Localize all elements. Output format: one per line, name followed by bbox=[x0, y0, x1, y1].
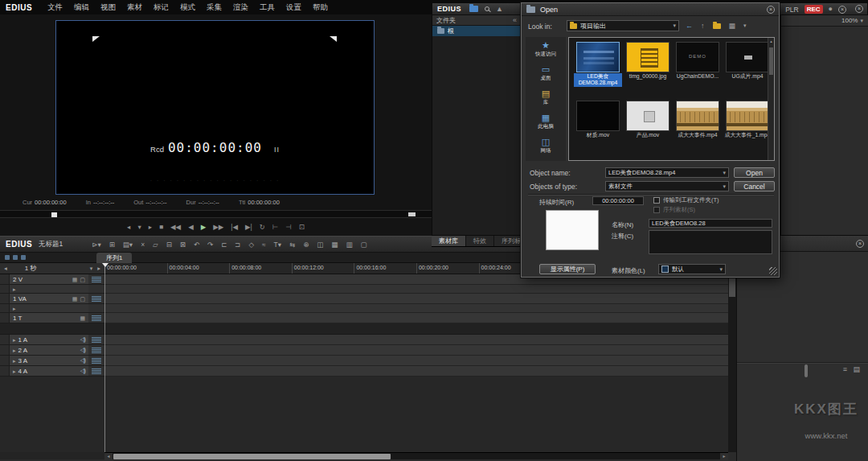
track-grip[interactable] bbox=[88, 294, 104, 304]
play-icon[interactable]: ▶ bbox=[201, 223, 207, 231]
list-view-icon[interactable]: ≡ bbox=[843, 366, 847, 373]
set-in-icon[interactable]: ⊢ bbox=[272, 223, 278, 231]
menu-item[interactable]: 工具 bbox=[254, 2, 280, 13]
menu-item[interactable]: 采集 bbox=[201, 2, 227, 13]
timeline-empty-area[interactable] bbox=[0, 377, 728, 452]
track-lock-icon[interactable]: ▢ bbox=[80, 296, 85, 302]
playhead-line[interactable] bbox=[104, 263, 105, 452]
source-patch-icons[interactable] bbox=[5, 255, 26, 260]
right-panel-close-icon[interactable]: × bbox=[856, 240, 864, 248]
look-in-dropdown[interactable]: 项目输出 ▾ bbox=[567, 20, 679, 31]
track-grip[interactable] bbox=[88, 304, 104, 313]
sequence-checkbox[interactable] bbox=[653, 207, 660, 213]
back-icon[interactable]: ← bbox=[686, 23, 693, 30]
expand-icon[interactable]: ▸ bbox=[13, 358, 16, 364]
track-header-1a[interactable]: ▸ 1 A ◁)) bbox=[0, 335, 88, 345]
menu-item[interactable]: 模式 bbox=[174, 2, 201, 13]
file-item[interactable]: 材质.mov bbox=[574, 101, 622, 159]
redo-icon[interactable]: ↷ bbox=[207, 241, 213, 249]
export-frame-icon[interactable]: ⊡ bbox=[299, 223, 305, 231]
track-grip[interactable] bbox=[88, 335, 104, 345]
expand-icon[interactable]: ▸ bbox=[13, 348, 16, 353]
track-header-1t[interactable]: 1 T ▦ bbox=[0, 313, 88, 323]
new-folder-icon[interactable] bbox=[713, 23, 721, 29]
timescale-value[interactable]: 1 秒 bbox=[25, 264, 37, 273]
dialog-close-icon[interactable]: × bbox=[767, 6, 775, 14]
next-edit-icon[interactable]: ▶| bbox=[245, 223, 252, 231]
fast-forward-icon[interactable]: ▶▶ bbox=[213, 223, 223, 231]
scroll-left-icon[interactable]: ◂ bbox=[104, 453, 113, 460]
sequence-tab[interactable]: 序列1 bbox=[96, 253, 132, 263]
expand-icon[interactable]: ▸ bbox=[13, 337, 16, 343]
player-toggle-button[interactable]: PLR bbox=[785, 6, 799, 14]
rewind-icon[interactable]: ◀◀ bbox=[170, 223, 181, 231]
track-lane[interactable] bbox=[104, 304, 728, 313]
previous-edit-icon[interactable]: |◀ bbox=[231, 223, 238, 231]
scroll-up-icon[interactable]: ▴ bbox=[770, 39, 772, 43]
track-view-icon[interactable]: ▦ bbox=[80, 315, 85, 321]
transfer-checkbox[interactable] bbox=[653, 197, 660, 204]
clip-color-dropdown[interactable]: 默认 ▾ bbox=[658, 264, 726, 274]
timescale-left-icon[interactable]: ◂ bbox=[4, 265, 7, 272]
track-lane[interactable] bbox=[104, 285, 728, 294]
file-item[interactable]: 成大大事件_1.mp4 bbox=[723, 101, 772, 159]
open-button[interactable]: Open bbox=[734, 167, 775, 178]
dialog-title-bar[interactable]: Open × bbox=[522, 3, 779, 16]
record-icon[interactable]: ● bbox=[829, 6, 833, 13]
place-quick-access[interactable]: ★ 快速访问 bbox=[526, 37, 566, 61]
menu-item[interactable]: 素材 bbox=[121, 2, 148, 13]
view-menu-icon[interactable]: ▦ bbox=[729, 23, 736, 30]
speaker-icon[interactable]: ◁)) bbox=[80, 347, 85, 353]
timescale-right-icon[interactable]: ▸ bbox=[97, 265, 100, 272]
file-item[interactable]: 成大大事件.mp4 bbox=[674, 101, 722, 159]
stop-icon[interactable]: ■ bbox=[159, 223, 163, 231]
track-grip[interactable] bbox=[88, 366, 104, 377]
scrollbar-thumb[interactable] bbox=[113, 454, 391, 459]
menu-item[interactable]: 渲染 bbox=[227, 2, 254, 13]
zoom-caret-icon[interactable]: ▾ bbox=[860, 18, 863, 24]
layout-icon[interactable]: ▦ bbox=[331, 241, 338, 249]
menu-item[interactable]: 文件 bbox=[42, 2, 68, 13]
delete-icon[interactable]: ⊠ bbox=[180, 241, 186, 249]
timeline-mode-icon[interactable]: ⊞ bbox=[109, 241, 115, 249]
dialog-resize-grip[interactable] bbox=[769, 267, 777, 275]
cut-icon[interactable]: × bbox=[141, 241, 145, 249]
trim-mode-icon[interactable]: ⇆ bbox=[289, 241, 295, 249]
track-header-4a[interactable]: ▸ 4 A ◁)) bbox=[0, 366, 88, 377]
view-menu-caret-icon[interactable]: ▾ bbox=[743, 23, 747, 29]
menu-item[interactable]: 视图 bbox=[95, 2, 121, 13]
paste-icon[interactable]: ⊟ bbox=[166, 241, 172, 249]
object-name-input[interactable]: LED美食DEMO8.28.mp4 ▾ bbox=[605, 167, 729, 178]
jog-back-icon[interactable]: ◂ bbox=[127, 223, 130, 231]
title-tool-icon[interactable]: T▾ bbox=[274, 241, 281, 249]
recorder-toggle-button[interactable]: REC bbox=[805, 5, 823, 14]
track-lane-4a[interactable] bbox=[104, 366, 728, 377]
menu-item[interactable]: 帮助 bbox=[307, 2, 334, 13]
copy-icon[interactable]: ▱ bbox=[153, 241, 158, 249]
shuttle-icon[interactable]: ▾ bbox=[137, 223, 141, 231]
add-transition-icon[interactable]: ◇ bbox=[248, 241, 254, 249]
mark-in-icon[interactable]: ⊏ bbox=[221, 241, 227, 249]
place-this-pc[interactable]: ▦ 此电脑 bbox=[526, 109, 566, 134]
mark-out-icon[interactable]: ⊐ bbox=[235, 241, 240, 249]
track-lane-1va[interactable] bbox=[104, 294, 728, 304]
up-one-level-icon[interactable]: ↑ bbox=[701, 23, 705, 30]
loop-icon[interactable]: ↻ bbox=[260, 223, 265, 231]
audio-mixer-icon[interactable]: ≈ bbox=[262, 241, 266, 249]
jog-forward-icon[interactable]: ▸ bbox=[149, 223, 152, 231]
track-grip[interactable] bbox=[88, 274, 104, 285]
show-properties-button[interactable]: 显示属性(P) bbox=[539, 264, 596, 274]
speaker-icon[interactable]: ◁)) bbox=[80, 336, 85, 343]
search-icon[interactable] bbox=[485, 6, 489, 11]
track-lane-1a[interactable] bbox=[104, 335, 728, 345]
select-tool-icon[interactable]: ⊳▾ bbox=[92, 241, 100, 249]
move-up-icon[interactable]: ▲ bbox=[496, 6, 503, 13]
collapse-icon[interactable]: « bbox=[513, 17, 517, 24]
track-subrow[interactable]: ▸ bbox=[0, 285, 88, 294]
track-header-2a[interactable]: ▸ 2 A ◁)) bbox=[0, 345, 88, 356]
panel-menu-icon[interactable]: × bbox=[838, 6, 846, 14]
place-desktop[interactable]: ▭ 桌面 bbox=[526, 61, 566, 85]
objects-type-dropdown[interactable]: 素材文件 ▾ bbox=[605, 181, 729, 191]
track-lane-3a[interactable] bbox=[104, 356, 728, 366]
tab-effect[interactable]: 特效 bbox=[466, 236, 494, 246]
